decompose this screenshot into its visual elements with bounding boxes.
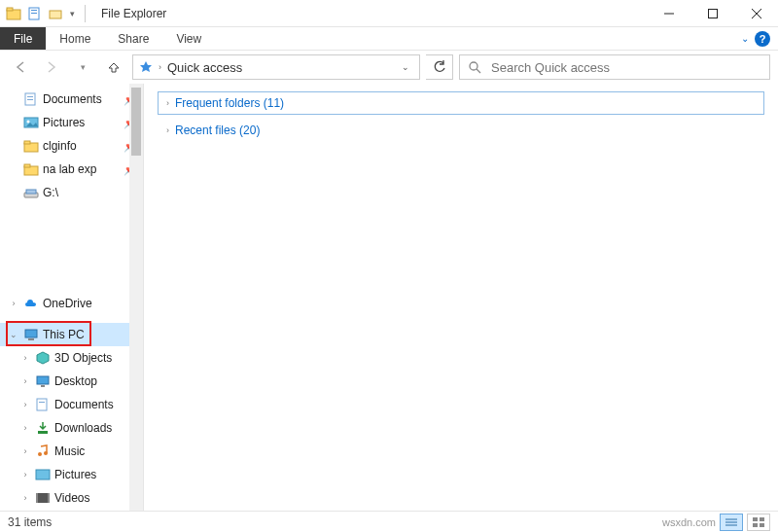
folder-icon — [23, 161, 39, 177]
sidebar-item-label: Pictures — [43, 116, 85, 129]
chevron-right-icon: › — [166, 125, 169, 135]
onedrive-icon — [23, 296, 39, 311]
sidebar-item-label: Documents — [54, 398, 114, 411]
expand-icon[interactable]: › — [19, 446, 31, 456]
search-icon — [468, 60, 481, 74]
details-view-button[interactable] — [720, 514, 743, 531]
expand-icon[interactable]: › — [19, 376, 31, 386]
sidebar-item-videos[interactable]: › Videos — [0, 486, 143, 510]
tab-share[interactable]: Share — [104, 27, 162, 50]
svg-marker-10 — [140, 61, 152, 72]
expand-icon[interactable]: › — [19, 470, 31, 479]
svg-rect-30 — [38, 431, 48, 434]
svg-rect-4 — [31, 13, 37, 14]
downloads-icon — [35, 420, 51, 436]
group-frequent-folders[interactable]: › Frequent folders (11) — [158, 91, 764, 115]
sidebar-item-label: OneDrive — [43, 297, 92, 310]
folder-pics-icon — [35, 467, 51, 482]
svg-line-12 — [477, 69, 480, 73]
sidebar-item-clginfo[interactable]: clginfo 📌 — [0, 134, 143, 158]
search-box[interactable] — [459, 54, 770, 80]
group-label: Recent files (20) — [175, 124, 260, 137]
sidebar-item-pictures2[interactable]: › Pictures — [0, 463, 143, 486]
recent-locations-button[interactable]: ▾ — [70, 54, 95, 80]
sidebar-item-documents2[interactable]: › Documents — [0, 393, 143, 416]
sidebar-item-downloads[interactable]: › Downloads — [0, 416, 143, 440]
minimize-button[interactable] — [647, 0, 690, 27]
main-area: Documents 📌 Pictures 📌 clginfo 📌 na lab … — [0, 84, 778, 511]
sidebar-item-label: Videos — [54, 491, 89, 505]
expand-icon[interactable]: › — [8, 299, 19, 308]
back-button[interactable] — [8, 54, 33, 80]
svg-rect-3 — [31, 10, 37, 11]
expand-icon[interactable]: › — [19, 400, 31, 409]
tab-view[interactable]: View — [162, 27, 215, 50]
expand-icon[interactable]: › — [19, 423, 31, 433]
sidebar-item-onedrive[interactable]: › OneDrive — [0, 292, 143, 315]
svg-rect-1 — [7, 8, 13, 11]
content-pane: › Frequent folders (11) › Recent files (… — [144, 84, 778, 511]
svg-rect-29 — [39, 402, 45, 403]
chevron-right-icon: › — [166, 98, 169, 108]
group-label: Frequent folders (11) — [175, 96, 284, 110]
thumbnails-view-button[interactable] — [747, 514, 770, 531]
ribbon-tabs: File Home Share View ⌄ ? — [0, 27, 778, 51]
videos-icon — [35, 490, 51, 506]
breadcrumb-chevron-icon[interactable]: › — [159, 62, 161, 72]
sidebar-item-label: Documents — [43, 92, 102, 106]
breadcrumb-location[interactable]: Quick access — [167, 60, 242, 75]
sidebar-item-music[interactable]: › Music — [0, 440, 143, 463]
scrollbar-thumb[interactable] — [131, 88, 141, 156]
tab-home[interactable]: Home — [46, 27, 104, 50]
close-button[interactable] — [734, 0, 778, 27]
group-recent-files[interactable]: › Recent files (20) — [158, 119, 764, 142]
sidebar-item-documents[interactable]: Documents 📌 — [0, 88, 143, 111]
up-button[interactable] — [101, 54, 126, 80]
sidebar-item-label: 3D Objects — [54, 351, 112, 365]
sidebar-item-label: na lab exp — [43, 162, 96, 176]
window-title: File Explorer — [101, 7, 166, 20]
sidebar-item-pictures[interactable]: Pictures 📌 — [0, 111, 143, 134]
desktop-icon — [35, 373, 51, 389]
svg-point-31 — [38, 452, 42, 456]
qat-newfolder-icon[interactable] — [49, 6, 64, 21]
sidebar-item-label: Pictures — [54, 468, 96, 481]
expand-icon[interactable]: › — [19, 493, 31, 503]
app-icon — [6, 6, 21, 21]
svg-rect-5 — [50, 11, 61, 18]
watermark-text: wsxdn.com — [662, 516, 716, 528]
ribbon-expand-icon[interactable]: ⌄ — [741, 33, 749, 44]
folder-icon — [23, 138, 39, 154]
svg-rect-7 — [708, 9, 717, 18]
svg-point-17 — [27, 121, 30, 124]
highlight-box — [6, 321, 91, 346]
qat-properties-icon[interactable] — [27, 6, 43, 21]
qat-dropdown-icon[interactable]: ▾ — [70, 9, 75, 18]
search-input[interactable] — [489, 59, 761, 76]
title-bar: ▾ File Explorer — [0, 0, 778, 27]
svg-rect-40 — [753, 517, 758, 521]
titlebar-divider — [85, 5, 86, 22]
status-bar: 31 items wsxdn.com — [0, 511, 778, 532]
folder-pics-icon — [23, 115, 39, 130]
address-dropdown-icon[interactable]: ⌄ — [398, 62, 413, 72]
sidebar-item-3dobjects[interactable]: › 3D Objects — [0, 346, 143, 370]
sidebar-item-label: clginfo — [43, 139, 77, 153]
refresh-button[interactable] — [426, 54, 453, 80]
help-icon[interactable]: ? — [755, 31, 770, 47]
svg-rect-19 — [24, 141, 30, 144]
expand-icon[interactable]: › — [19, 353, 31, 363]
sidebar-scrollbar[interactable] — [129, 84, 143, 511]
address-bar[interactable]: › Quick access ⌄ — [132, 54, 420, 80]
sidebar-item-nalabexp[interactable]: na lab exp 📌 — [0, 158, 143, 181]
svg-rect-23 — [26, 190, 36, 194]
forward-button[interactable] — [39, 54, 64, 80]
svg-rect-36 — [48, 493, 50, 503]
sidebar-item-desktop[interactable]: › Desktop — [0, 370, 143, 393]
svg-rect-26 — [37, 376, 49, 384]
file-menu[interactable]: File — [0, 27, 46, 50]
sidebar-item-gdrive[interactable]: G:\ — [0, 181, 143, 204]
svg-rect-43 — [760, 523, 764, 527]
maximize-button[interactable] — [690, 0, 734, 27]
status-item-count: 31 items — [8, 515, 52, 529]
